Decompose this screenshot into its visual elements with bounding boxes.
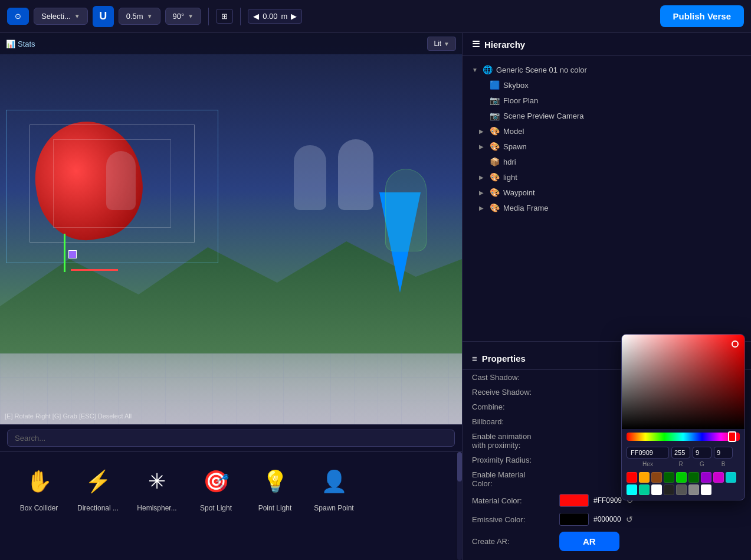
hierarchy-label-waypoint: Waypoint — [503, 188, 535, 197]
emissive-color-reset[interactable]: ↺ — [626, 515, 633, 524]
stats-button[interactable]: 📊 Stats — [6, 40, 35, 48]
hierarchy-item-media-frame[interactable]: ▶ 🎨 Media Frame — [463, 200, 751, 215]
publish-label: Publish Verse — [673, 11, 731, 21]
picker-input-labels: Hex R G B — [622, 461, 745, 470]
hierarchy-label-scene-camera: Scene Preview Camera — [503, 112, 584, 120]
hierarchy-label-generic-scene: Generic Scene 01 no color — [496, 66, 587, 74]
asset-icon-directional-light: ⚡ — [80, 464, 116, 499]
proximity-radius-label: Proximity Radius: — [472, 456, 555, 464]
coord-right-arrow[interactable]: ▶ — [291, 12, 297, 21]
picker-swatch-8[interactable] — [726, 472, 736, 483]
picker-swatch-9[interactable] — [627, 484, 637, 495]
size-dropdown[interactable]: 0.5m ▼ — [119, 8, 160, 25]
asset-label-spawn-point: Spawn Point — [314, 504, 353, 512]
picker-swatch-0[interactable] — [627, 472, 637, 483]
asset-item-point-light[interactable]: 💡 Point Light — [245, 459, 304, 517]
hue-thumb — [728, 431, 736, 442]
viewport-toolbar: 📊 Stats Lit ▼ — [0, 33, 462, 54]
picker-r-input[interactable] — [671, 447, 690, 459]
angle-dropdown[interactable]: 90° ▼ — [165, 8, 202, 25]
hierarchy-item-light[interactable]: ▶ 🎨 light — [463, 169, 751, 185]
coord-left-arrow[interactable]: ◀ — [253, 12, 259, 21]
picker-swatch-4[interactable] — [676, 472, 687, 483]
target-button[interactable]: ⊙ — [7, 8, 29, 25]
stats-icon: 📊 — [6, 40, 15, 48]
asset-item-box-collider[interactable]: ✋ Box Collider — [9, 459, 68, 517]
stats-label: Stats — [18, 40, 35, 48]
hierarchy-title: Hierarchy — [484, 40, 525, 50]
billboard-label: Billboard: — [472, 417, 555, 426]
hierarchy-section: ▼ 🌐 Generic Scene 01 no color 🟦 Skybox 📷… — [463, 56, 751, 341]
selection-handle — [68, 250, 77, 258]
picker-swatch-15[interactable] — [701, 484, 711, 495]
emissive-color-swatch[interactable] — [559, 513, 589, 526]
viewport[interactable]: 📊 Stats Lit ▼ [E] Rotate Right [G] Grab … — [0, 33, 462, 424]
picker-hue-slider[interactable] — [627, 433, 740, 441]
asset-icon-box-collider: ✋ — [21, 464, 57, 499]
material-color-label: Material Color: — [472, 496, 555, 505]
picker-swatch-1[interactable] — [639, 472, 650, 483]
hierarchy-item-hdri[interactable]: 📦 hdri — [463, 154, 751, 169]
picker-g-input[interactable] — [693, 447, 711, 459]
picker-swatch-3[interactable] — [664, 472, 674, 483]
tree-arrow-media-frame: ▶ — [479, 205, 486, 211]
tree-arrow-light: ▶ — [479, 174, 486, 181]
scene-icon-scene-camera: 📷 — [490, 111, 500, 120]
picker-b-input[interactable] — [714, 447, 733, 459]
toolbar-sep-1 — [208, 8, 209, 25]
grid-button[interactable]: ⊞ — [216, 9, 233, 24]
angle-label: 90° — [173, 12, 185, 21]
silhouette-green — [385, 169, 427, 251]
toolbar: ⊙ Selecti... ▼ U 0.5m ▼ 90° ▼ ⊞ ◀ 0.00 m… — [0, 0, 751, 33]
picker-swatch-5[interactable] — [688, 472, 699, 483]
publish-button[interactable]: Publish Verse — [660, 5, 744, 27]
x-axis — [71, 269, 118, 271]
search-input[interactable] — [7, 430, 455, 447]
shortcut-hints: [E] Rotate Right [G] Grab [ESC] Deselect… — [5, 412, 132, 420]
lighting-dropdown[interactable]: Lit ▼ — [427, 37, 456, 51]
picker-swatch-12[interactable] — [664, 484, 674, 495]
hierarchy-item-generic-scene[interactable]: ▼ 🌐 Generic Scene 01 no color — [463, 62, 751, 77]
picker-hex-input[interactable] — [627, 447, 669, 459]
hex-label: Hex — [627, 461, 669, 467]
hierarchy-item-scene-camera[interactable]: 📷 Scene Preview Camera — [463, 108, 751, 123]
asset-item-spawn-point[interactable]: 👤 Spawn Point — [304, 459, 363, 517]
picker-swatch-6[interactable] — [701, 472, 711, 483]
selection-chevron: ▼ — [74, 13, 80, 19]
coord-display: ◀ 0.00 m ▶ — [248, 9, 302, 24]
selection-dropdown[interactable]: Selecti... ▼ — [34, 8, 88, 25]
picker-swatch-2[interactable] — [651, 472, 662, 483]
picker-inputs — [622, 444, 745, 461]
tree-arrow-model: ▶ — [479, 128, 486, 135]
asset-item-spot-light[interactable]: 🎯 Spot Light — [186, 459, 245, 517]
logo-button[interactable]: U — [93, 6, 114, 27]
picker-swatch-7[interactable] — [713, 472, 724, 483]
hierarchy-item-spawn[interactable]: ▶ 🎨 Spawn — [463, 139, 751, 154]
asset-item-directional-light[interactable]: ⚡ Directional ... — [68, 459, 127, 517]
hierarchy-label-media-frame: Media Frame — [503, 204, 549, 212]
hierarchy-item-skybox[interactable]: 🟦 Skybox — [463, 77, 751, 93]
hierarchy-item-model[interactable]: ▶ 🎨 Model — [463, 123, 751, 139]
scene-icon-hdri: 📦 — [490, 157, 500, 166]
picker-swatch-13[interactable] — [676, 484, 687, 495]
hierarchy-item-floor-plan[interactable]: 📷 Floor Plan — [463, 93, 751, 108]
hierarchy-label-floor-plan: Floor Plan — [503, 96, 538, 105]
hierarchy-label-skybox: Skybox — [503, 81, 529, 90]
y-axis — [64, 234, 65, 272]
emissive-color-label: Emissive Color: — [472, 515, 555, 524]
scroll-thumb[interactable] — [457, 452, 462, 482]
emissive-color-row: Emissive Color: #000000 ↺ — [463, 510, 751, 529]
picker-swatch-10[interactable] — [639, 484, 650, 495]
ar-button[interactable]: AR — [559, 532, 619, 551]
enable-animation-label: Enable animation with proximity: — [472, 432, 555, 450]
cast-shadow-label: Cast Shadow: — [472, 373, 555, 382]
hierarchy-item-waypoint[interactable]: ▶ 🎨 Waypoint — [463, 185, 751, 200]
material-color-swatch[interactable] — [559, 494, 589, 507]
picker-gradient[interactable] — [622, 335, 745, 429]
scene-icon-spawn: 🎨 — [490, 142, 500, 151]
asset-item-hemisphere-light[interactable]: ✳ Hemispher... — [127, 459, 186, 517]
asset-scrollbar[interactable] — [455, 452, 462, 560]
scene-icon-floor-plan: 📷 — [490, 96, 500, 105]
picker-swatch-14[interactable] — [688, 484, 699, 495]
picker-swatch-11[interactable] — [651, 484, 662, 495]
